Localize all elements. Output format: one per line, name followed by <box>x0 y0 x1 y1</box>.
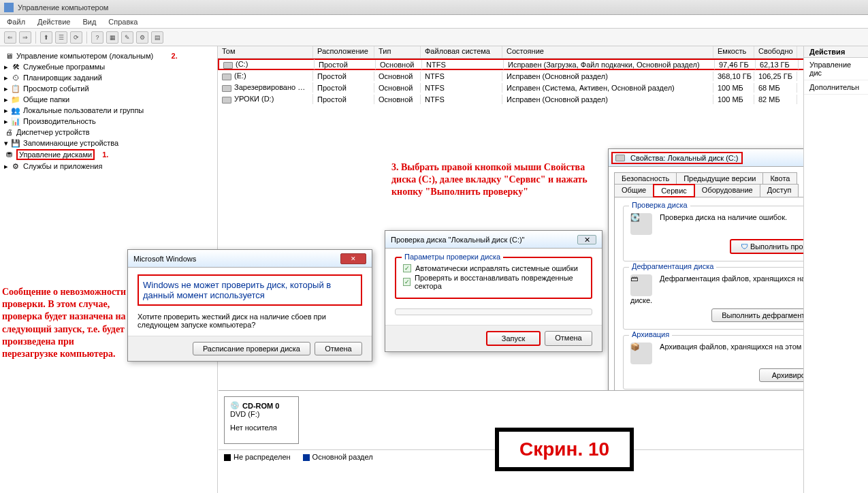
cancel-button[interactable]: Отмена <box>315 342 362 355</box>
separator <box>86 31 87 44</box>
menu-action[interactable]: Действие <box>37 18 70 26</box>
close-icon[interactable]: ✕ <box>577 235 596 244</box>
scan-sectors-checkbox[interactable]: ✓Проверять и восстанавливать поврежденны… <box>403 273 584 291</box>
disk-icon <box>222 74 231 80</box>
msgbox-title: Microsoft Windows <box>133 255 196 263</box>
progress-bar <box>395 308 592 315</box>
msgbox-sub-text: Хотите проверить жесткий диск на наличие… <box>138 313 362 329</box>
legend-unallocated-icon <box>224 454 231 461</box>
tab-quota[interactable]: Квота <box>762 172 797 185</box>
actions-item[interactable]: Дополнительн <box>804 80 868 95</box>
banner-text: Скрин. 10 <box>519 439 609 460</box>
tree-eventviewer[interactable]: ▸📋Просмотр событий <box>3 83 214 94</box>
col-type[interactable]: Тип <box>374 46 421 58</box>
legend-primary-icon <box>303 454 310 461</box>
up-icon[interactable]: ⬆ <box>40 31 52 44</box>
menu-help[interactable]: Справка <box>108 18 138 26</box>
fix-errors-checkbox[interactable]: ✓Автоматически исправлять системные ошиб… <box>403 264 584 273</box>
check-section-title: Проверка диска <box>629 201 690 209</box>
disk-icon <box>222 97 231 104</box>
menu-bar: Файл Действие Вид Справка <box>0 15 868 29</box>
callout-1: 1. <box>102 150 108 159</box>
close-icon[interactable]: ✕ <box>340 253 366 264</box>
tree-sharedfolders[interactable]: ▸📁Общие папки <box>3 94 214 105</box>
volume-row-d[interactable]: УРОКИ (D:) Простой Основной NTFS Исправе… <box>218 93 868 105</box>
tree-root[interactable]: 🖥Управление компьютером (локальным) 2. <box>3 50 214 61</box>
volume-row-e[interactable]: (E:) Простой Основной NTFS Исправен (Осн… <box>218 70 868 82</box>
refresh-icon[interactable]: ⟳ <box>70 31 82 44</box>
defrag-icon: 🗃 <box>630 274 652 296</box>
col-free[interactable]: Свободно <box>754 46 797 58</box>
col-fs[interactable]: Файловая система <box>421 46 502 58</box>
tool-icon[interactable]: ▤ <box>151 31 163 44</box>
tree-devmgr[interactable]: 🖨Диспетчер устройств <box>3 127 214 138</box>
tab-access[interactable]: Доступ <box>760 184 799 197</box>
drive-letter: DVD (F:) <box>230 410 293 418</box>
tab-prevver[interactable]: Предыдущие версии <box>676 172 763 185</box>
backup-icon: 📦 <box>630 343 652 364</box>
group-title: Параметры проверки диска <box>402 253 503 261</box>
checkdisk-title-bar[interactable]: Проверка диска "Локальный диск (C:)" ✕ <box>385 231 602 249</box>
schedule-check-button[interactable]: Расписание проверки диска <box>193 342 310 355</box>
checkdisk-title: Проверка диска "Локальный диск (C:)" <box>391 236 525 244</box>
check-disk-icon: 💽 <box>630 213 652 235</box>
tree-perf[interactable]: ▸📊Производительность <box>3 116 214 127</box>
volume-row-c[interactable]: (C:) Простой Основной NTFS Исправен (Заг… <box>218 59 868 70</box>
col-volume[interactable]: Том <box>218 46 313 58</box>
menu-view[interactable]: Вид <box>82 18 96 26</box>
tree-systools[interactable]: ▸🛠Служебные программы <box>3 61 214 72</box>
grid-header: Том Расположение Тип Файловая система Со… <box>218 46 868 59</box>
defrag-section-text: Дефрагментация файлов, хранящихся на это… <box>630 274 824 304</box>
cdrom-box[interactable]: 💿CD-ROM 0 DVD (F:) Нет носителя <box>224 396 299 444</box>
tree-storage[interactable]: ▾💾Запоминающие устройства <box>3 138 214 148</box>
check-section-text: Проверка диска на наличие ошибок. <box>660 213 787 221</box>
back-icon[interactable]: ⇐ <box>4 31 16 44</box>
toolbar: ⇐ ⇒ ⬆ ☰ ⟳ ? ▦ ✎ ⚙ ▤ <box>0 29 868 46</box>
help-icon[interactable]: ? <box>91 31 103 44</box>
col-status[interactable]: Состояние <box>502 46 713 58</box>
msgbox-dialog: Microsoft Windows ✕ Windows не может про… <box>127 249 372 362</box>
app-icon <box>4 3 14 12</box>
tool-icon[interactable]: ✎ <box>121 31 133 44</box>
forward-icon[interactable]: ⇒ <box>19 31 31 44</box>
disk-icon <box>222 85 231 92</box>
cancel-button[interactable]: Отмена <box>545 331 592 346</box>
cd-icon: 💿 <box>230 401 240 410</box>
backup-section-title: Архивация <box>629 330 672 338</box>
msgbox-main-text: Windows не может проверить диск, который… <box>138 274 362 306</box>
callout-2: 2. <box>172 52 178 60</box>
tab-hardware[interactable]: Оборудование <box>694 184 760 197</box>
annotation-left: Сообщение о невозможности проверки. В эт… <box>2 286 128 360</box>
properties-icon[interactable]: ☰ <box>55 31 67 44</box>
window-title: Управление компьютером <box>18 3 108 12</box>
backup-section-text: Архивация файлов, хранящихся на этом дис… <box>660 343 826 351</box>
col-capacity[interactable]: Емкость <box>713 46 754 58</box>
actions-pane: Действия Управление дис Дополнительн <box>803 46 868 493</box>
screenshot-banner: Скрин. 10 <box>495 428 634 471</box>
disk-icon <box>615 155 625 161</box>
tab-general[interactable]: Общие <box>614 184 654 197</box>
tab-security[interactable]: Безопасность <box>614 172 677 185</box>
check-options-group: Параметры проверки диска ✓Автоматически … <box>395 257 592 299</box>
start-button[interactable]: Запуск <box>486 331 541 346</box>
annotation-3: 3. Выбрать правой кнопкой мыши Свойства … <box>391 161 602 199</box>
tree-services[interactable]: ▸⚙Службы и приложения <box>3 161 214 172</box>
actions-item[interactable]: Управление дис <box>804 58 868 80</box>
tree-diskmgmt[interactable]: ⛃Управление дисками 1. <box>3 148 214 161</box>
msgbox-title-bar[interactable]: Microsoft Windows ✕ <box>128 250 372 268</box>
no-media-text: Нет носителя <box>230 424 293 432</box>
col-layout[interactable]: Расположение <box>313 46 374 58</box>
properties-title: Свойства: Локальный диск (C:) <box>630 154 739 162</box>
tab-service[interactable]: Сервис <box>653 184 695 197</box>
checkdisk-dialog: Проверка диска "Локальный диск (C:)" ✕ П… <box>385 230 602 352</box>
separator <box>35 31 36 44</box>
disk-icon <box>223 62 233 69</box>
menu-file[interactable]: Файл <box>7 18 25 26</box>
tool-icon[interactable]: ⚙ <box>136 31 148 44</box>
actions-header: Действия <box>804 46 868 58</box>
volume-row-reserved[interactable]: Зарезервировано … Простой Основной NTFS … <box>218 82 868 93</box>
defrag-section-title: Дефрагментация диска <box>629 262 716 270</box>
tree-scheduler[interactable]: ▸⏲Планировщик заданий <box>3 72 214 83</box>
tree-localusers[interactable]: ▸👥Локальные пользователи и группы <box>3 105 214 116</box>
tool-icon[interactable]: ▦ <box>106 31 118 44</box>
